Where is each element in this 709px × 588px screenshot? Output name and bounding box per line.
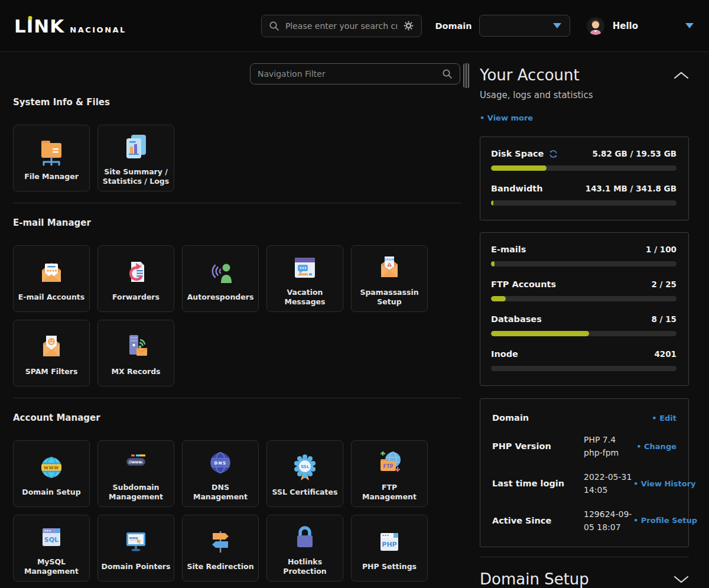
svg-text:FTP: FTP	[383, 463, 393, 469]
greeting-text: Hello	[613, 21, 638, 31]
active-since-label: Active Since	[492, 516, 584, 525]
active-since-value: 129624-09-05 18:07	[584, 508, 633, 534]
card-label: Domain Setup	[22, 488, 80, 497]
card-dns-management[interactable]: DNS DNS Management	[182, 440, 259, 507]
card-label: MX Records	[111, 367, 160, 376]
card-label: Vacation Messages	[269, 288, 340, 306]
ftp-accounts-label: FTP Accounts	[491, 280, 556, 289]
usage-card: Disk Space 5.82 GB / 19.53 GB Bandwidth …	[480, 137, 689, 220]
content-area: System Info & Files File Manager Site Su…	[0, 52, 709, 588]
navigation-filter	[250, 63, 460, 85]
card-forwarders[interactable]: Forwarders	[97, 245, 174, 312]
card-email-accounts[interactable]: E-mail Accounts	[13, 245, 90, 312]
user-menu[interactable]: Hello	[587, 17, 638, 35]
card-label: Spamassassin Setup	[354, 288, 425, 306]
inode-bar	[491, 366, 677, 371]
global-search-input[interactable]	[285, 21, 398, 31]
navigation-filter-input[interactable]	[258, 69, 442, 79]
card-mysql-management[interactable]: SQL MySQL Management	[13, 515, 90, 581]
section-cards-account-manager: WWW Domain Setup //www. Subdomain Manage…	[13, 440, 444, 581]
domain-info-card: Domain • Edit PHP Version PHP 7.4 php-fp…	[480, 398, 689, 547]
ftp-accounts-meter: FTP Accounts 2 / 25	[491, 280, 677, 301]
spam-filters-icon	[35, 330, 68, 363]
account-chevron-down-icon[interactable]	[685, 23, 694, 28]
card-label: E-mail Accounts	[18, 293, 84, 302]
card-label: Hotlinks Protection	[269, 557, 340, 576]
card-site-summary[interactable]: Site Summary / Statistics / Logs	[97, 125, 174, 191]
spamassassin-icon: SPAM	[373, 251, 406, 284]
php-version-row: PHP Version PHP 7.4 php-fpm • Change	[492, 433, 677, 460]
brand-dot	[28, 16, 32, 20]
chevron-down-icon[interactable]	[674, 576, 689, 583]
php-settings-icon: PHP	[373, 525, 406, 558]
email-accounts-icon	[35, 256, 68, 289]
databases-bar	[491, 331, 677, 336]
last-login-row: Last time login 2022-05-31 14:05 • View …	[492, 470, 677, 497]
file-manager-icon	[35, 135, 68, 168]
chevron-down-icon	[553, 23, 561, 28]
inode-label: Inode	[491, 349, 518, 359]
control-panel-app: LINK NACIONAL Domain Hello	[0, 0, 709, 588]
card-label: PHP Settings	[362, 562, 417, 571]
mx-records-icon	[119, 330, 152, 363]
svg-text:DNS: DNS	[214, 461, 226, 466]
brand-letter-l: L	[14, 15, 27, 37]
svg-text:SQL: SQL	[44, 536, 58, 544]
emails-meter: E-mails 1 / 100	[491, 245, 677, 267]
svg-text:SSL: SSL	[301, 464, 310, 469]
brand-subtitle: NACIONAL	[70, 25, 126, 34]
card-autoresponders[interactable]: Autoresponders	[182, 245, 259, 312]
emails-bar	[491, 261, 677, 267]
dns-icon: DNS	[204, 446, 237, 479]
card-spam-filters[interactable]: SPAM Filters	[13, 320, 90, 386]
databases-meter: Databases 8 / 15	[491, 314, 677, 336]
section-title-account-manager: Account Manager	[13, 412, 470, 423]
svg-text:SPAM: SPAM	[384, 258, 395, 261]
bandwidth-label: Bandwidth	[491, 184, 543, 193]
your-account-title: Your Account	[480, 66, 580, 84]
filter-row	[13, 63, 470, 88]
domain-setup-section-header[interactable]: Domain Setup	[480, 570, 689, 588]
view-history-link[interactable]: • View History	[633, 479, 696, 488]
card-mx-records[interactable]: MX Records	[97, 320, 174, 386]
php-version-value: PHP 7.4 php-fpm	[584, 433, 633, 460]
card-label: Subdomain Management	[100, 483, 171, 501]
svg-text://www.: //www.	[129, 460, 143, 464]
domain-select[interactable]	[479, 15, 570, 37]
autoresponders-icon	[204, 256, 237, 289]
card-label: File Manager	[24, 172, 79, 181]
card-site-redirection[interactable]: Site Redirection	[182, 515, 259, 581]
card-domain-setup[interactable]: WWW Domain Setup	[13, 440, 90, 507]
gear-icon[interactable]	[403, 20, 414, 31]
change-link[interactable]: • Change	[633, 442, 677, 451]
account-sidebar: Your Account Usage, logs and statistics …	[470, 52, 709, 588]
ftp-accounts-bar	[491, 296, 677, 301]
card-file-manager[interactable]: File Manager	[13, 125, 90, 191]
disk-space-value: 5.82 GB / 19.53 GB	[593, 149, 677, 158]
svg-text:PHP: PHP	[382, 541, 396, 548]
card-label: Forwarders	[112, 293, 160, 302]
card-hotlinks-protection[interactable]: Hotlinks Protection	[266, 515, 343, 581]
section-title-system-info: System Info & Files	[13, 97, 470, 108]
view-more-link[interactable]: • View more	[480, 113, 689, 122]
card-label: MySQL Management	[16, 557, 87, 576]
card-subdomain-management[interactable]: //www. Subdomain Management	[97, 440, 174, 507]
section-divider	[13, 398, 461, 398]
card-vacation-messages[interactable]: Vacation Messages	[266, 245, 343, 312]
card-domain-pointers[interactable]: www Domain Pointers	[97, 515, 174, 581]
card-spamassassin-setup[interactable]: SPAM Spamassassin Setup	[351, 245, 428, 312]
chevron-up-icon[interactable]	[674, 72, 689, 79]
card-ftp-management[interactable]: FTP FTP Management	[351, 440, 428, 507]
disk-space-label: Disk Space	[491, 149, 544, 158]
sidebar-divider	[480, 557, 689, 557]
profile-setup-link[interactable]: • Profile Setup	[633, 516, 697, 525]
refresh-icon[interactable]	[549, 150, 558, 158]
section-cards-email-manager: E-mail Accounts Forwarders Autoresponder…	[13, 245, 444, 386]
card-php-settings[interactable]: PHP PHP Settings	[351, 515, 428, 581]
scrollbar[interactable]	[463, 63, 470, 88]
brand-logo[interactable]: LINK NACIONAL	[14, 15, 126, 37]
php-version-label: PHP Version	[492, 441, 584, 451]
databases-value: 8 / 15	[651, 314, 677, 324]
edit-link[interactable]: • Edit	[633, 414, 677, 423]
card-ssl-certificates[interactable]: SSL SSL Certificates	[266, 440, 343, 507]
